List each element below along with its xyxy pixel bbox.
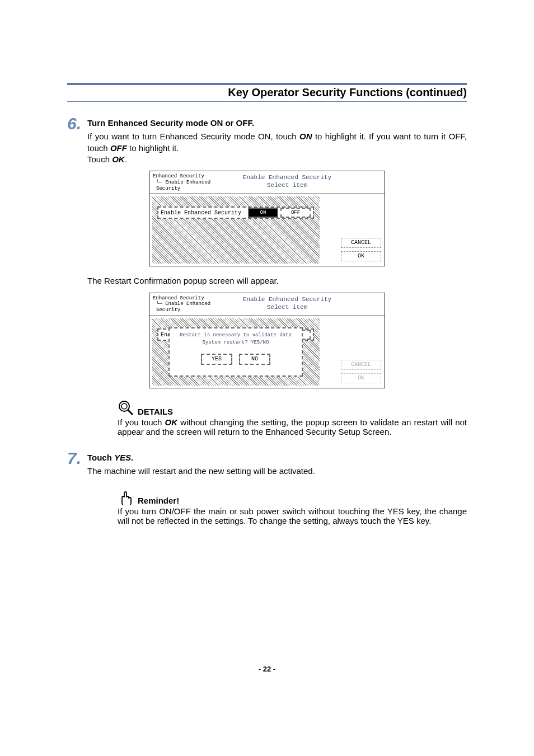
details-callout: DETAILS If you touch OK without changing… [118, 400, 467, 436]
step-body: The machine will restart and the new set… [87, 466, 467, 477]
ok-button: OK [341, 373, 381, 383]
step-title: Turn Enhanced Security mode ON or OFF. [87, 118, 467, 129]
ok-button[interactable]: OK [341, 251, 381, 261]
page-number: - 22 - [0, 665, 534, 673]
svg-point-0 [119, 401, 129, 411]
svg-point-1 [121, 403, 127, 409]
step-number: 7. [67, 450, 87, 467]
no-button[interactable]: NO [239, 354, 270, 365]
popup-message: Restart is necessary to validate data Sy… [170, 332, 302, 346]
section-header: Key Operator Security Functions (continu… [67, 83, 467, 102]
popup-buttons: YES NO [170, 354, 302, 365]
section-title: Key Operator Security Functions (continu… [67, 86, 467, 99]
setting-label: Enable Enhanced Security [161, 210, 246, 216]
screenshot-restart-confirm: Enhanced Security └─ Enable Enhanced Sec… [149, 293, 385, 388]
screen-title: Enable Enhanced Security Select item [229, 293, 345, 316]
breadcrumb: Enhanced Security └─ Enable Enhanced Sec… [149, 171, 229, 194]
restart-popup: Restart is necessary to validate data Sy… [168, 327, 303, 377]
document-page: Key Operator Security Functions (continu… [0, 0, 534, 756]
callout-title: Reminder! [138, 496, 179, 505]
yes-button[interactable]: YES [201, 354, 232, 365]
settings-panel: Enable Enhanced Security ON OFF [152, 196, 320, 264]
cancel-button[interactable]: CANCEL [341, 238, 381, 248]
screen-header: Enhanced Security └─ Enable Enhanced Sec… [149, 293, 385, 316]
screen-header: Enhanced Security └─ Enable Enhanced Sec… [149, 171, 385, 194]
step-7: 7. Touch YES. The machine will restart a… [67, 450, 467, 477]
setting-row: Enable Enhanced Security ON OFF [157, 206, 314, 219]
step-number: 6. [67, 115, 87, 132]
screenshot-enable-security: Enhanced Security └─ Enable Enhanced Sec… [149, 171, 385, 266]
svg-line-2 [128, 410, 133, 415]
callout-title: DETAILS [138, 407, 173, 416]
step-body: If you want to turn Enhanced Security mo… [87, 131, 467, 165]
step-6: 6. Turn Enhanced Security mode ON or OFF… [67, 115, 467, 165]
callout-head: DETAILS [118, 400, 467, 416]
hand-icon [118, 489, 134, 505]
callout-body: If you touch OK without changing the set… [118, 417, 467, 436]
screen-body: Enabl OFF Restart is necessary to valida… [149, 316, 385, 388]
breadcrumb: Enhanced Security └─ Enable Enhanced Sec… [149, 293, 229, 316]
callout-head: Reminder! [118, 489, 467, 505]
magnifier-icon [118, 400, 134, 416]
on-button[interactable]: ON [248, 208, 278, 218]
step-content: Turn Enhanced Security mode ON or OFF. I… [87, 115, 467, 165]
screen-title: Enable Enhanced Security Select item [229, 171, 345, 194]
side-buttons: CANCEL OK [322, 194, 385, 266]
off-button[interactable]: OFF [280, 208, 311, 218]
reminder-callout: Reminder! If you turn ON/OFF the main or… [118, 489, 467, 525]
step-title: Touch YES. [87, 452, 467, 463]
settings-panel: Enabl OFF Restart is necessary to valida… [152, 318, 320, 386]
cancel-button: CANCEL [341, 360, 381, 370]
step-content: Touch YES. The machine will restart and … [87, 450, 467, 477]
screen-body: Enable Enhanced Security ON OFF CANCEL O… [149, 194, 385, 266]
restart-note: The Restart Confirmation popup screen wi… [67, 272, 467, 287]
side-buttons: CANCEL OK [322, 316, 385, 388]
callout-body: If you turn ON/OFF the main or sub power… [118, 506, 467, 525]
